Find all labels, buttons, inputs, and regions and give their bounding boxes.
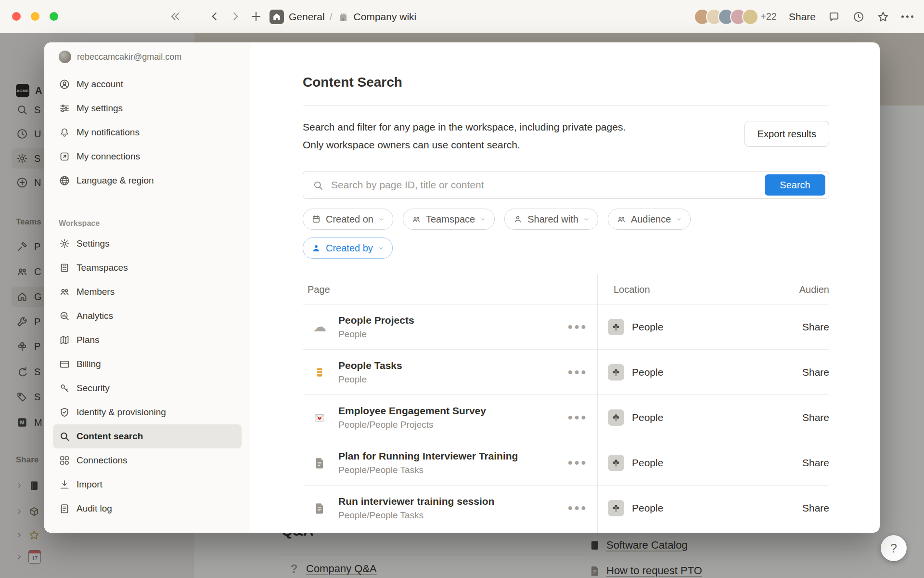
table-header: Page Location Audien <box>303 275 829 304</box>
teamspace-flower-icon <box>608 455 624 471</box>
share-button[interactable]: Share <box>789 11 816 23</box>
search-bar: Search <box>303 171 829 199</box>
members-icon <box>59 286 70 298</box>
bell-icon <box>59 127 70 138</box>
table-row[interactable]: ☁ People Projects People ●●● People Sh <box>303 304 829 350</box>
settings-nav-members[interactable]: Members <box>53 280 242 304</box>
filter-created-on[interactable]: Created on <box>303 209 393 230</box>
workspace-section-header: Workspace <box>53 219 242 228</box>
settings-nav-my-notifications[interactable]: My notifications <box>53 120 242 144</box>
credit-card-icon <box>59 358 70 370</box>
settings-nav-billing[interactable]: Billing <box>53 352 242 376</box>
page-title-cell[interactable]: Employee Engagement Survey <box>338 404 486 418</box>
settings-nav-teamspaces[interactable]: Teamspaces <box>53 256 242 280</box>
forward-icon[interactable] <box>229 10 242 23</box>
settings-modal: rebeccamcakir@gmail.com My account My se… <box>44 42 880 533</box>
cloud-icon: ☁ <box>312 320 327 334</box>
breadcrumb-page[interactable]: Company wiki <box>354 11 417 23</box>
nav-item-label: Teamspaces <box>77 263 128 273</box>
filter-label: Shared with <box>527 214 578 225</box>
nav-item-label: Connections <box>77 455 128 466</box>
column-header-location: Location <box>597 284 650 295</box>
settings-nav-content-search[interactable]: Content search <box>53 424 242 448</box>
filter-row: Created on Teamspace Shared with Audienc… <box>303 209 829 230</box>
nav-item-label: Settings <box>77 238 110 249</box>
page-title-cell[interactable]: Plan for Running Interviewer Training <box>338 449 518 463</box>
row-more-icon[interactable]: ●●● <box>567 458 588 468</box>
page-title-cell[interactable]: People Projects <box>338 314 414 327</box>
back-icon[interactable] <box>208 10 221 23</box>
settings-nav-my-settings[interactable]: My settings <box>53 96 242 120</box>
page-icon <box>312 502 327 514</box>
account-avatar <box>59 51 71 63</box>
page-title-cell[interactable]: Run interviewer training session <box>338 495 494 508</box>
location-name: People <box>632 502 663 514</box>
page-path: People/People Tasks <box>338 509 494 522</box>
filter-teamspace[interactable]: Teamspace <box>403 209 495 230</box>
map-icon <box>59 334 70 346</box>
table-row[interactable]: People Tasks People ●●● People Share <box>303 350 829 395</box>
settings-nav-plans[interactable]: Plans <box>53 328 242 352</box>
collapse-sidebar-icon[interactable] <box>167 9 181 24</box>
location-name: People <box>632 321 663 333</box>
people-icon <box>411 214 421 224</box>
more-options-icon[interactable] <box>901 15 913 18</box>
search-button[interactable]: Search <box>765 174 825 196</box>
page-path: People <box>338 373 402 386</box>
favorite-star-icon[interactable] <box>877 11 889 23</box>
settings-nav-security[interactable]: Security <box>53 376 242 400</box>
close-window-button[interactable] <box>12 12 21 21</box>
page-title-cell[interactable]: People Tasks <box>338 359 402 372</box>
member-avatars[interactable]: +22 <box>694 9 777 25</box>
location-name: People <box>632 412 663 423</box>
row-more-icon[interactable]: ●●● <box>567 322 588 332</box>
table-row[interactable]: Run interviewer training session People/… <box>303 486 829 530</box>
table-row[interactable]: Plan for Running Interviewer Training Pe… <box>303 440 829 486</box>
filter-audience[interactable]: Audience <box>608 209 691 230</box>
row-more-icon[interactable]: ●●● <box>567 412 588 422</box>
chevron-down-icon <box>378 245 384 251</box>
settings-nav-analytics[interactable]: Analytics <box>53 304 242 328</box>
home-icon[interactable] <box>270 10 284 24</box>
location-name: People <box>632 367 663 378</box>
settings-nav-import[interactable]: Import <box>53 473 242 497</box>
audience-cell: Share <box>802 412 829 423</box>
settings-nav-connections[interactable]: Connections <box>53 448 242 473</box>
audience-cell: Share <box>802 367 829 378</box>
breadcrumb-root[interactable]: General <box>289 11 325 23</box>
filter-label: Created by <box>326 243 373 254</box>
breadcrumb: General / Company wiki <box>270 0 416 33</box>
nav-item-label: My connections <box>77 151 140 162</box>
filter-shared-with[interactable]: Shared with <box>504 209 598 230</box>
page-icon <box>312 457 327 469</box>
settings-nav-settings[interactable]: Settings <box>53 232 242 256</box>
avatar-overflow-count[interactable]: +22 <box>760 11 777 22</box>
zoom-window-button[interactable] <box>50 12 58 21</box>
settings-nav-language-region[interactable]: Language & region <box>53 169 242 193</box>
filter-created-by[interactable]: Created by <box>303 237 393 259</box>
people-icon <box>616 214 626 224</box>
updates-clock-icon[interactable] <box>852 11 865 23</box>
nav-item-label: Plans <box>77 335 100 345</box>
row-more-icon[interactable]: ●●● <box>567 367 588 377</box>
help-button[interactable]: ? <box>881 535 907 561</box>
settings-nav-my-connections[interactable]: My connections <box>53 144 242 169</box>
avatar[interactable] <box>742 9 758 25</box>
settings-nav-identity-provisioning[interactable]: Identity & provisioning <box>53 400 242 424</box>
row-more-icon[interactable]: ●●● <box>567 503 588 513</box>
nav-item-label: Content search <box>77 431 143 442</box>
search-input[interactable] <box>330 179 759 191</box>
comments-icon[interactable] <box>828 11 840 23</box>
table-row[interactable]: Employee Engagement Survey People/People… <box>303 395 829 440</box>
new-tab-icon[interactable] <box>250 10 262 23</box>
user-circle-icon <box>59 79 70 90</box>
settings-nav-audit-log[interactable]: Audit log <box>53 497 242 521</box>
audit-log-icon <box>59 503 70 514</box>
minimize-window-button[interactable] <box>31 12 39 21</box>
export-results-button[interactable]: Export results <box>744 121 829 147</box>
settings-nav-my-account[interactable]: My account <box>53 72 242 96</box>
person-icon <box>311 243 321 253</box>
column-header-page: Page <box>303 284 597 295</box>
settings-sidebar: rebeccamcakir@gmail.com My account My se… <box>44 42 250 533</box>
sliders-icon <box>59 103 70 114</box>
